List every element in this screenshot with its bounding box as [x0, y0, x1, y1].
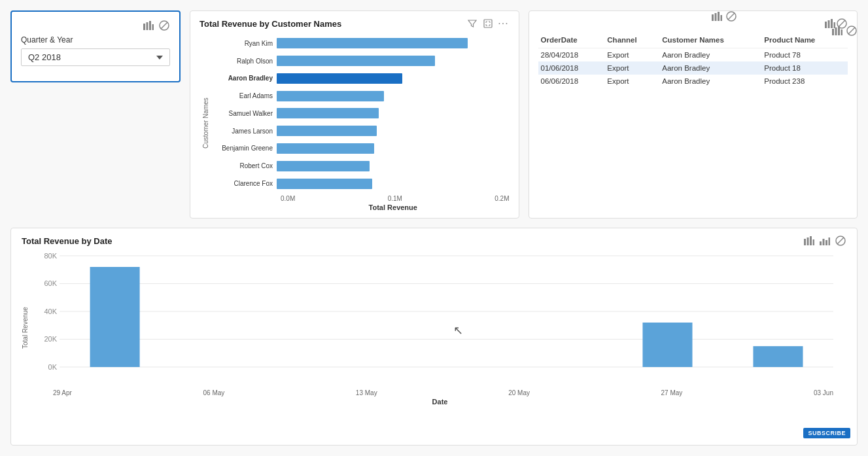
- table-header-row: OrderDateChannelCustomer NamesProduct Na…: [538, 33, 848, 48]
- table-cell: Aaron Bradley: [659, 61, 761, 75]
- svg-rect-33: [90, 267, 140, 367]
- svg-rect-16: [813, 239, 815, 245]
- bar-row: Samuel Walker: [211, 106, 510, 120]
- bar-fill: [277, 143, 374, 154]
- svg-rect-20: [829, 237, 831, 245]
- x-tick: 0.0M: [281, 195, 295, 202]
- bar-fill: [277, 126, 377, 136]
- bar-chart-title: Total Revenue by Customer Names: [200, 19, 341, 29]
- table-cell: Product 18: [761, 61, 848, 75]
- subscribe-button[interactable]: SUBSCRIBE: [803, 428, 850, 438]
- bar-row: Robert Cox: [211, 159, 510, 173]
- bar-row: Earl Adams: [211, 89, 510, 103]
- svg-text:20K: 20K: [44, 336, 57, 343]
- filter-icon[interactable]: [466, 18, 478, 29]
- bar-fill: [277, 179, 372, 189]
- svg-rect-34: [642, 323, 692, 367]
- svg-rect-40: [721, 15, 723, 21]
- svg-line-5: [161, 22, 167, 29]
- dashboard: Quarter & Year Q2 2018 Q1 2018 Q3 2018 Q…: [0, 0, 868, 456]
- bar-row-label: Benjamin Greene: [211, 145, 277, 152]
- table-card-icons: [538, 18, 848, 29]
- bar-track: [277, 143, 510, 154]
- svg-rect-13: [804, 239, 806, 245]
- quarter-year-select[interactable]: Q2 2018 Q1 2018 Q3 2018 Q4 2018: [21, 48, 170, 66]
- filter-card: Quarter & Year Q2 2018 Q1 2018 Q3 2018 Q…: [10, 10, 181, 82]
- svg-line-48: [848, 27, 855, 34]
- svg-rect-6: [484, 20, 492, 27]
- horizontal-bar-chart: Customer Names Ryan KimRalph OlsonAaron …: [200, 35, 510, 211]
- bar-row-label: Ralph Olson: [211, 58, 277, 65]
- tr-no-icon2[interactable]: [846, 25, 858, 37]
- tr-bar-chart-icon2[interactable]: [831, 25, 843, 37]
- bottom-bar-chart-icon[interactable]: [803, 235, 815, 247]
- bar-row-label: Samuel Walker: [211, 110, 277, 117]
- tr-no-icon1[interactable]: [725, 10, 737, 22]
- bar-row-label: Robert Cox: [211, 162, 277, 169]
- more-icon[interactable]: ···: [498, 18, 510, 29]
- svg-text:60K: 60K: [44, 280, 57, 288]
- bottom-chart-title: Total Revenue by Date: [22, 236, 112, 246]
- bar-chart-content: Ryan KimRalph OlsonAaron BradleyEarl Ada…: [211, 35, 510, 211]
- svg-text:80K: 80K: [44, 252, 57, 260]
- x-tick: 0.2M: [495, 195, 509, 202]
- table-row: 01/06/2018ExportAaron BradleyProduct 18: [538, 61, 848, 75]
- bar-row: Ryan Kim: [211, 36, 510, 50]
- filter-label: Quarter & Year: [21, 35, 170, 44]
- bar-row: Ralph Olson: [211, 54, 510, 68]
- table-cell: 28/04/2018: [538, 48, 605, 62]
- table-cell: Product 238: [761, 75, 848, 88]
- filter-card-icons: [21, 20, 170, 31]
- svg-line-22: [837, 237, 844, 244]
- bottom-no-icon[interactable]: [835, 235, 846, 247]
- svg-rect-19: [825, 240, 827, 245]
- bar-row: Clarence Fox: [211, 177, 510, 191]
- bottom-chart-card: Total Revenue by Date: [10, 228, 858, 446]
- svg-rect-17: [820, 241, 822, 245]
- svg-rect-38: [715, 13, 717, 21]
- svg-rect-1: [147, 22, 148, 30]
- svg-rect-0: [143, 24, 145, 30]
- bar-chart-y-label: Customer Names: [200, 35, 211, 211]
- bar-chart-icon[interactable]: [143, 20, 154, 31]
- bar-track: [277, 161, 510, 171]
- table-card: OrderDateChannelCustomer NamesProduct Na…: [529, 10, 858, 219]
- svg-rect-2: [149, 21, 151, 30]
- bar-fill: [277, 161, 370, 171]
- table-cell: Product 78: [761, 48, 848, 62]
- table-col-header: Channel: [604, 33, 659, 48]
- bar-chart-icons: ···: [466, 18, 510, 29]
- bar-row: James Larson: [211, 124, 510, 138]
- bar-row-label: Ryan Kim: [211, 40, 277, 47]
- svg-rect-14: [807, 237, 809, 245]
- bottom-x-tick: 06 May: [203, 389, 224, 396]
- bottom-chart-icon2[interactable]: [819, 235, 831, 247]
- bar-row-label: Aaron Bradley: [211, 75, 277, 82]
- svg-rect-35: [753, 346, 803, 367]
- x-tick: 0.1M: [388, 195, 402, 202]
- svg-rect-37: [712, 14, 714, 21]
- bottom-x-label: Date: [33, 398, 846, 406]
- table-cell: Export: [604, 75, 659, 88]
- svg-rect-3: [152, 24, 154, 30]
- bar-track: [277, 56, 510, 66]
- bar-chart-x-label: Total Revenue: [211, 203, 510, 211]
- bar-fill: [277, 91, 384, 101]
- table-cell: Aaron Bradley: [659, 75, 761, 88]
- svg-text:0K: 0K: [48, 363, 58, 371]
- bar-rows: Ryan KimRalph OlsonAaron BradleyEarl Ada…: [211, 35, 510, 192]
- table-cell: Export: [604, 48, 659, 62]
- table-body: 28/04/2018ExportAaron BradleyProduct 780…: [538, 48, 848, 88]
- no-icon[interactable]: [158, 20, 170, 31]
- table-cell: 01/06/2018: [538, 61, 605, 75]
- bottom-x-tick: 29 Apr: [53, 389, 72, 396]
- svg-rect-46: [841, 29, 843, 35]
- table-row: 06/06/2018ExportAaron BradleyProduct 238: [538, 75, 848, 88]
- bar-chart-card: Total Revenue by Customer Names ··· Cust…: [190, 10, 519, 219]
- bar-row: Aaron Bradley: [211, 71, 510, 86]
- bar-track: [277, 179, 510, 189]
- svg-rect-15: [810, 236, 812, 245]
- svg-line-42: [728, 13, 735, 20]
- tr-bar-chart-icon1[interactable]: [711, 10, 723, 22]
- expand-icon[interactable]: [482, 18, 494, 29]
